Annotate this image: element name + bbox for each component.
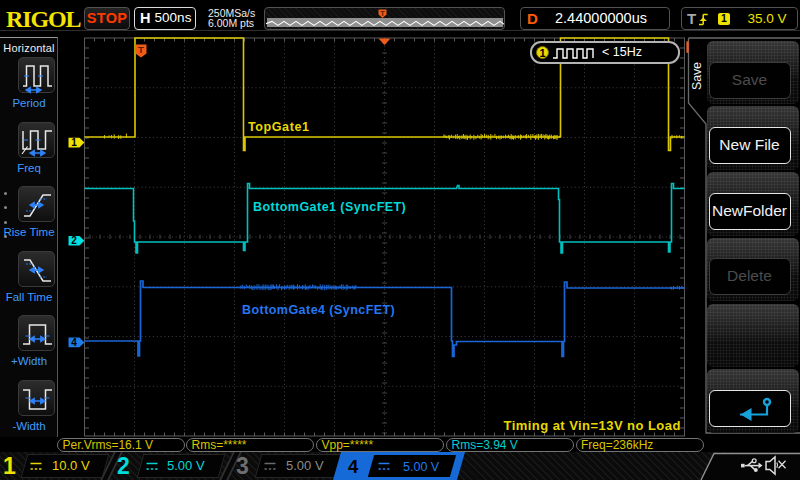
- svg-text:T: T: [138, 44, 144, 55]
- svg-text:4: 4: [71, 337, 77, 348]
- svg-text:Save: Save: [690, 62, 704, 90]
- svg-text:T: T: [380, 9, 385, 18]
- svg-text:1: 1: [71, 137, 77, 148]
- svg-text:2: 2: [71, 235, 77, 246]
